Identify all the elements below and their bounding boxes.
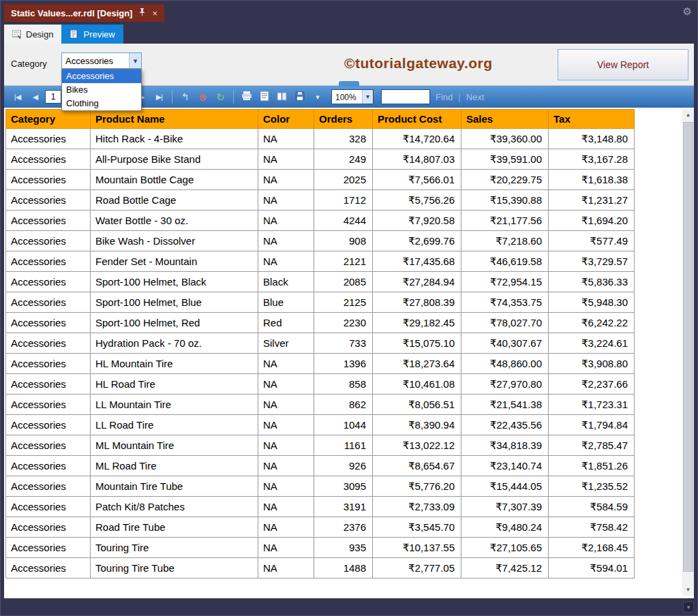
table-cell: ₹2,168.45 [549,538,635,558]
table-cell: NA [258,374,314,395]
stop-icon[interactable]: ⊗ [195,92,211,102]
table-cell: NA [258,538,314,558]
column-header: Sales [461,110,549,129]
document-title: Static Values...er.rdl [Design] [11,8,132,18]
table-cell: NA [258,211,314,231]
find-input[interactable] [381,89,430,104]
previous-page-icon[interactable]: ◀ [27,93,43,101]
table-row: AccessoriesFender Set - MountainNA2121₹1… [6,251,635,272]
document-tab[interactable]: Static Values...er.rdl [Design] × [4,4,164,22]
table-cell: ₹1,694.20 [549,211,635,231]
column-header: Orders [314,110,373,129]
page-setup-icon[interactable] [274,92,290,102]
table-cell: HL Road Tire [91,374,258,395]
table-row: AccessoriesSport-100 Helmet, BlackBlack2… [6,272,635,292]
combobox-dropdown-icon[interactable]: ▾ [129,53,141,68]
parent-report-icon[interactable]: ↰ [177,92,193,102]
table-cell: ₹3,908.80 [549,354,635,374]
table-cell: NA [258,231,314,251]
dropdown-option-bikes[interactable]: Bikes [62,83,141,97]
table-cell: ₹15,390.88 [461,190,549,211]
last-page-icon[interactable]: ▶| [151,93,167,101]
next-link[interactable]: Next [466,92,485,102]
table-cell: NA [258,558,314,579]
print-layout-icon[interactable] [256,91,272,102]
tab-preview-label: Preview [83,29,115,40]
table-cell: ₹15,444.05 [461,476,549,497]
page-number-input[interactable] [45,90,61,104]
table-cell: Accessories [6,292,91,313]
table-cell: Mountain Tire Tube [91,476,258,497]
table-cell: ₹7,566.01 [373,170,461,190]
vertical-scrollbar[interactable]: ▲ ▼ [682,109,694,596]
table-cell: Accessories [6,517,91,538]
table-cell: Fender Set - Mountain [91,251,258,272]
table-cell: 2230 [314,313,373,333]
first-page-icon[interactable]: |◀ [10,93,25,101]
export-icon[interactable] [292,91,307,102]
table-cell: 328 [314,129,373,149]
scroll-down-icon[interactable]: ▼ [682,584,694,596]
table-cell: ₹27,105.65 [461,538,549,558]
table-cell: ₹7,307.39 [461,497,549,517]
table-cell: Accessories [6,313,91,333]
find-link[interactable]: Find [436,92,453,102]
pin-icon[interactable] [139,8,145,18]
table-cell: ₹46,619.58 [461,251,549,272]
table-row: AccessoriesLL Mountain TireNA862₹8,056.5… [6,395,635,415]
table-cell: ₹17,435.68 [373,251,461,272]
table-cell: ₹21,177.56 [461,211,549,231]
tab-design[interactable]: Design [4,25,61,44]
table-cell: 1712 [314,190,373,211]
table-cell: ₹1,851.26 [549,456,635,476]
parameter-collapse-handle[interactable] [339,81,359,87]
tab-preview[interactable]: Preview [61,25,123,44]
category-combobox[interactable]: Accessories ▾ [61,52,142,69]
table-cell: ML Mountain Tire [91,435,258,456]
table-cell: 926 [314,456,373,476]
dropdown-option-accessories[interactable]: Accessories [62,70,141,83]
table-row: AccessoriesBike Wash - DissolverNA908₹2,… [6,231,635,251]
table-row: AccessoriesHitch Rack - 4-BikeNA328₹14,7… [6,129,635,149]
refresh-icon[interactable]: ↻ [213,92,228,102]
dropdown-option-clothing[interactable]: Clothing [62,97,141,110]
table-cell: 1488 [314,558,373,579]
gear-icon[interactable]: ⚙ [683,5,692,18]
scrollbar-thumb[interactable] [683,122,693,572]
table-cell: Touring Tire Tube [91,558,258,579]
scroll-up-icon[interactable]: ▲ [682,109,694,121]
table-cell: All-Purpose Bike Stand [91,149,258,170]
table-cell: Accessories [6,231,91,251]
table-cell: 2025 [314,170,373,190]
view-report-button[interactable]: View Report [558,49,688,80]
zoom-select[interactable]: 100% ▾ [331,89,374,104]
table-cell: ₹3,729.57 [549,251,635,272]
table-cell: ₹8,654.67 [373,456,461,476]
table-row: AccessoriesTouring Tire TubeNA1488₹2,777… [6,558,635,579]
table-cell: Accessories [6,415,91,435]
table-cell: ₹6,242.22 [549,313,635,333]
table-cell: Water Bottle - 30 oz. [91,211,258,231]
export-dropdown-icon[interactable]: ▾ [309,93,325,101]
close-icon[interactable]: × [152,8,157,18]
design-icon [12,30,22,39]
table-cell: ₹7,920.58 [373,211,461,231]
column-header: Product Cost [373,110,461,129]
table-cell: ₹10,461.08 [373,374,461,395]
table-cell: ₹27,970.80 [461,374,549,395]
table-cell: ₹34,818.39 [461,435,549,456]
table-cell: ₹10,137.55 [373,538,461,558]
table-row: AccessoriesSport-100 Helmet, BlueBlue212… [6,292,635,313]
category-dropdown-list[interactable]: AccessoriesBikesClothing [61,69,142,111]
table-cell: Hitch Rack - 4-Bike [91,129,258,149]
table-row: AccessoriesTouring TireNA935₹10,137.55₹2… [6,538,635,558]
column-header: Color [258,110,314,129]
table-cell: Accessories [6,211,91,231]
column-header: Category [6,110,91,129]
table-cell: NA [258,170,314,190]
table-cell: ₹584.59 [549,497,635,517]
print-icon[interactable] [239,91,254,102]
table-cell: Accessories [6,538,91,558]
table-cell: 2121 [314,251,373,272]
table-cell: Road Tire Tube [91,517,258,538]
